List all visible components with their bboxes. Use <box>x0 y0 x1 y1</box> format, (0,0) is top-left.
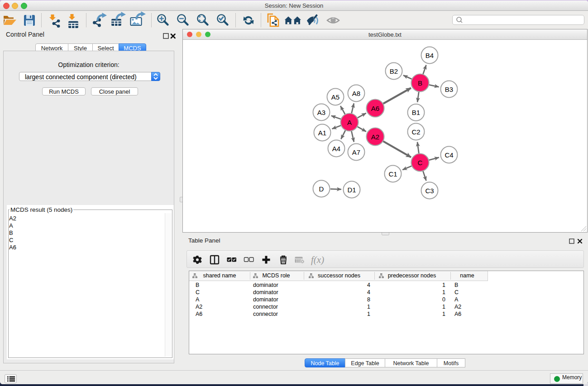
svg-text:A2: A2 <box>371 133 379 141</box>
svg-text:C: C <box>418 159 423 167</box>
svg-text:B2: B2 <box>390 67 398 75</box>
svg-text:A4: A4 <box>332 145 340 152</box>
svg-text:A7: A7 <box>352 148 360 156</box>
svg-text:B: B <box>418 79 422 87</box>
svg-text:f(x): f(x) <box>311 254 324 265</box>
svg-text:D: D <box>319 185 324 193</box>
svg-text:B3: B3 <box>445 86 453 93</box>
svg-text:A5: A5 <box>331 93 339 101</box>
svg-text:B4: B4 <box>425 52 434 59</box>
svg-text:A: A <box>347 119 352 126</box>
svg-text:C4: C4 <box>445 151 453 159</box>
svg-text:C2: C2 <box>411 128 420 136</box>
svg-text:A8: A8 <box>352 90 360 97</box>
svg-text:A1: A1 <box>318 129 326 137</box>
svg-text:A6: A6 <box>371 105 379 112</box>
svg-text:D1: D1 <box>347 186 356 194</box>
svg-text:C1: C1 <box>388 170 397 178</box>
svg-text:C3: C3 <box>425 187 434 195</box>
svg-text:B1: B1 <box>412 109 420 116</box>
svg-text:A3: A3 <box>317 109 325 116</box>
